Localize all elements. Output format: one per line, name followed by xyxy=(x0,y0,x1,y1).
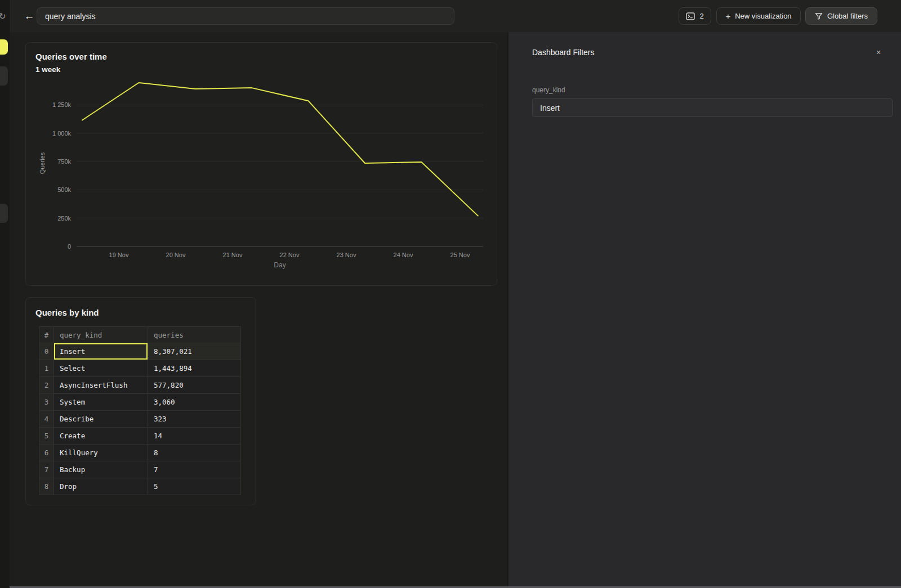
svg-text:25 Nov: 25 Nov xyxy=(450,252,470,258)
back-arrow-icon[interactable]: ← xyxy=(21,7,38,25)
query-kind-filter-input[interactable] xyxy=(532,98,893,117)
plus-icon: + xyxy=(725,11,730,21)
queries-cell[interactable]: 8 xyxy=(148,445,241,461)
queries-table: # query_kind queries 0Insert8,307,0211Se… xyxy=(39,326,241,495)
queries-cell[interactable]: 3,060 xyxy=(148,394,241,411)
row-index: 5 xyxy=(39,428,54,445)
global-filters-label: Global filters xyxy=(827,12,868,20)
query-kind-cell[interactable]: Insert xyxy=(54,343,148,360)
queries-by-kind-card: Queries by kind # query_kind queries 0In… xyxy=(25,297,256,505)
query-kind-cell[interactable]: Drop xyxy=(54,478,148,495)
header-query-kind: query_kind xyxy=(54,327,148,343)
table-row: 4Describe323 xyxy=(39,411,241,428)
header-queries: queries xyxy=(148,327,241,343)
queries-cell[interactable]: 323 xyxy=(148,411,241,428)
row-index: 8 xyxy=(39,478,54,495)
global-filters-button[interactable]: Global filters xyxy=(805,7,877,25)
filter-field-label: query_kind xyxy=(532,86,565,94)
y-gridlines xyxy=(77,105,483,246)
svg-text:22 Nov: 22 Nov xyxy=(280,252,300,258)
refresh-icon[interactable]: ↻ xyxy=(0,11,9,21)
queries-cell[interactable]: 1,443,894 xyxy=(148,360,241,377)
close-icon[interactable]: × xyxy=(873,47,884,58)
sidebar: ↻ xyxy=(0,0,10,588)
queries-cell[interactable]: 14 xyxy=(148,428,241,445)
query-kind-cell[interactable]: Backup xyxy=(54,461,148,478)
svg-text:0: 0 xyxy=(68,243,71,250)
table-row: 3System3,060 xyxy=(39,394,241,411)
sidebar-item-active[interactable] xyxy=(0,39,8,55)
y-tick-labels: 0250k500k750k1 000k1 250k xyxy=(52,101,72,250)
query-kind-cell[interactable]: System xyxy=(54,394,148,411)
row-index: 3 xyxy=(39,394,54,411)
query-kind-cell[interactable]: Describe xyxy=(54,411,148,428)
queries-table-body: 0Insert8,307,0211Select1,443,8942AsyncIn… xyxy=(39,343,241,495)
table-row: 0Insert8,307,021 xyxy=(39,343,241,360)
table-row: 1Select1,443,894 xyxy=(39,360,241,377)
funnel-icon xyxy=(815,12,823,20)
sidebar-item[interactable] xyxy=(0,204,8,223)
svg-text:250k: 250k xyxy=(57,215,71,222)
table-row: 2AsyncInsertFlush577,820 xyxy=(39,377,241,394)
row-index: 2 xyxy=(39,377,54,394)
chart-line xyxy=(82,83,478,216)
row-index: 7 xyxy=(39,461,54,478)
queries-over-time-card: Queries over time 1 week 0250k500k750k1 … xyxy=(25,42,497,286)
queries-cell[interactable]: 577,820 xyxy=(148,377,241,394)
query-kind-cell[interactable]: Create xyxy=(54,428,148,445)
queries-chart[interactable]: 0250k500k750k1 000k1 250k19 Nov20 Nov21 … xyxy=(26,43,498,286)
x-tick-labels: 19 Nov20 Nov21 Nov22 Nov23 Nov24 Nov25 N… xyxy=(109,252,470,258)
svg-text:20 Nov: 20 Nov xyxy=(166,252,186,258)
svg-text:1 000k: 1 000k xyxy=(52,130,72,137)
svg-text:23 Nov: 23 Nov xyxy=(337,252,356,258)
row-index: 0 xyxy=(39,343,54,360)
new-visualization-button[interactable]: + New visualization xyxy=(716,7,801,25)
top-bar: ← 2 + New visualization Global filters xyxy=(10,0,901,32)
x-axis-label: Day xyxy=(274,261,286,269)
table-title: Queries by kind xyxy=(35,308,99,317)
console-icon xyxy=(686,12,695,20)
query-kind-cell[interactable]: AsyncInsertFlush xyxy=(54,377,148,394)
new-visualization-label: New visualization xyxy=(735,12,791,20)
row-index: 4 xyxy=(39,411,54,428)
query-kind-cell[interactable]: KillQuery xyxy=(54,445,148,461)
table-row: 5Create14 xyxy=(39,428,241,445)
console-count: 2 xyxy=(699,12,703,20)
console-count-button[interactable]: 2 xyxy=(679,7,711,25)
row-index: 1 xyxy=(39,360,54,377)
svg-text:500k: 500k xyxy=(57,186,71,193)
svg-text:19 Nov: 19 Nov xyxy=(109,252,129,258)
queries-cell[interactable]: 5 xyxy=(148,478,241,495)
dashboard-title-input[interactable] xyxy=(37,7,454,25)
header-index: # xyxy=(39,327,54,343)
row-index: 6 xyxy=(39,445,54,461)
table-row: 8Drop5 xyxy=(39,478,241,495)
filters-panel-title: Dashboard Filters xyxy=(532,48,595,57)
queries-cell[interactable]: 7 xyxy=(148,461,241,478)
svg-text:750k: 750k xyxy=(57,158,71,165)
table-row: 6KillQuery8 xyxy=(39,445,241,461)
queries-cell[interactable]: 8,307,021 xyxy=(148,343,241,360)
query-kind-cell[interactable]: Select xyxy=(54,360,148,377)
dashboard-filters-panel: Dashboard Filters × query_kind xyxy=(507,32,901,588)
svg-text:24 Nov: 24 Nov xyxy=(394,252,413,258)
svg-text:1 250k: 1 250k xyxy=(52,101,72,108)
table-row: 7Backup7 xyxy=(39,461,241,478)
svg-text:21 Nov: 21 Nov xyxy=(223,252,243,258)
table-header-row: # query_kind queries xyxy=(39,327,241,343)
sidebar-item[interactable] xyxy=(0,66,8,86)
y-axis-label: Queries xyxy=(39,152,46,174)
